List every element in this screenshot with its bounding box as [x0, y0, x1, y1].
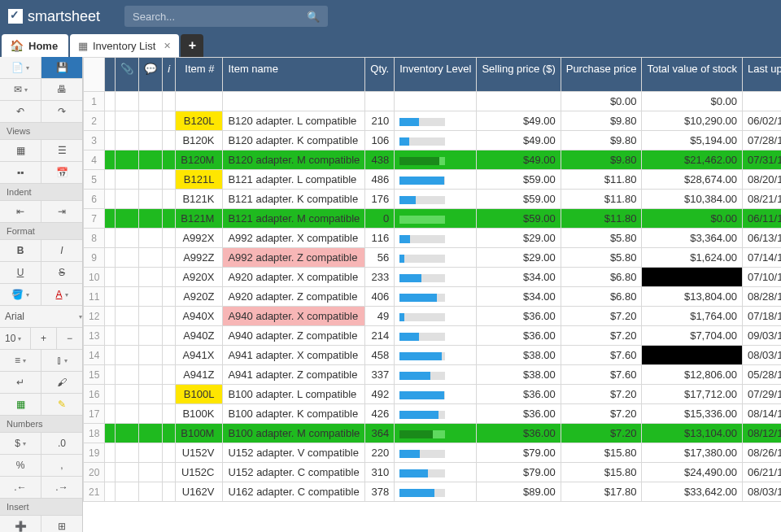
cell-comment[interactable] — [139, 229, 163, 248]
cell-expand[interactable] — [105, 209, 116, 229]
search-box[interactable]: 🔍 — [124, 6, 328, 27]
cell-rownum[interactable]: 5 — [84, 170, 105, 190]
cell-inventory[interactable] — [395, 307, 477, 326]
cell-expand[interactable] — [105, 346, 116, 365]
tab-inventory-list[interactable]: ▦ Inventory List ✕ — [70, 34, 179, 57]
cell-total[interactable]: $15,336.00 — [642, 404, 743, 424]
cell-rownum[interactable]: 14 — [84, 346, 105, 365]
cell-updated[interactable]: 07/28/15 — [743, 131, 782, 150]
new-button[interactable]: 📄▾ — [0, 57, 41, 78]
cell-item-name[interactable]: B121 adapter. L compatible — [223, 170, 365, 190]
cell-comment[interactable] — [139, 424, 163, 443]
cell-comment[interactable] — [139, 463, 163, 482]
cell-total[interactable]: $3,364.00 — [642, 229, 743, 248]
cell-selling[interactable]: $59.00 — [477, 170, 561, 190]
cell-item-name[interactable]: B100 adapter. M compatible — [223, 424, 365, 443]
cell-qty[interactable]: 438 — [365, 150, 395, 170]
cell-info[interactable] — [163, 424, 176, 443]
cell-comment[interactable] — [139, 170, 163, 190]
cell-rownum[interactable]: 19 — [84, 443, 105, 463]
cell-selling[interactable]: $49.00 — [477, 150, 561, 170]
cell-total[interactable]: $28,674.00 — [642, 170, 743, 190]
cell-item-name[interactable]: A920 adapter. X compatible — [223, 268, 365, 287]
cell-qty[interactable]: 310 — [365, 463, 395, 482]
cell-qty[interactable]: 426 — [365, 404, 395, 424]
cell-total[interactable]: $33,642.00 — [642, 482, 743, 502]
cell-qty[interactable]: 233 — [365, 268, 395, 287]
cell-item-name[interactable]: A920 adapter. Z compatible — [223, 287, 365, 307]
cell-total[interactable]: $1,624.00 — [642, 248, 743, 268]
cell-total[interactable]: $13,104.00 — [642, 424, 743, 443]
font-select[interactable]: Arial▾ — [0, 306, 82, 327]
cell-selling[interactable]: $79.00 — [477, 463, 561, 482]
cell-rownum[interactable]: 13 — [84, 326, 105, 346]
strike-button[interactable]: S — [41, 262, 82, 283]
cell-info[interactable] — [163, 443, 176, 463]
cell-selling[interactable]: $49.00 — [477, 131, 561, 150]
cell-updated[interactable]: 05/28/15 — [743, 365, 782, 385]
cell-info[interactable] — [163, 287, 176, 307]
cell-attach[interactable] — [116, 385, 139, 404]
cell-qty[interactable]: 116 — [365, 229, 395, 248]
table-row[interactable]: 16B100LB100 adapter. L compatible492$36.… — [84, 385, 782, 404]
cell-updated[interactable]: 07/29/15 — [743, 385, 782, 404]
cell-qty[interactable]: 176 — [365, 190, 395, 209]
cell-attach[interactable] — [116, 287, 139, 307]
cell-rownum[interactable]: 6 — [84, 190, 105, 209]
cell-updated[interactable]: 07/14/15 — [743, 248, 782, 268]
cell-item-name[interactable]: U152 adapter. C compatible — [223, 463, 365, 482]
cell-attach[interactable] — [116, 150, 139, 170]
cell-inventory[interactable] — [395, 111, 477, 131]
tab-add[interactable]: + — [181, 34, 203, 57]
cell-expand[interactable] — [105, 190, 116, 209]
cell-item-no[interactable]: A941X — [176, 346, 223, 365]
mail-button[interactable]: ✉▾ — [0, 79, 41, 100]
table-row[interactable]: 2B120LB120 adapter. L compatible210$49.0… — [84, 111, 782, 131]
cell-info[interactable] — [163, 268, 176, 287]
cell-rownum[interactable]: 7 — [84, 209, 105, 229]
cell-attach[interactable] — [116, 326, 139, 346]
cell-purchase[interactable]: $0.00 — [561, 92, 642, 111]
cell-attach[interactable] — [116, 209, 139, 229]
cell-inventory[interactable] — [395, 268, 477, 287]
cell-purchase[interactable]: $7.20 — [561, 385, 642, 404]
cell-expand[interactable] — [105, 92, 116, 111]
cell-purchase[interactable]: $9.80 — [561, 111, 642, 131]
cell-item-no[interactable]: A992X — [176, 229, 223, 248]
header-info[interactable]: i — [163, 58, 176, 92]
cell-rownum[interactable]: 10 — [84, 268, 105, 287]
cell-purchase[interactable]: $5.80 — [561, 229, 642, 248]
cell-purchase[interactable]: $7.20 — [561, 326, 642, 346]
text-color-button[interactable]: A▾ — [41, 284, 82, 305]
cell-item-name[interactable]: A992 adapter. X compatible — [223, 229, 365, 248]
cell-total[interactable]: $7,704.00 — [642, 326, 743, 346]
cell-comment[interactable] — [139, 482, 163, 502]
cell-comment[interactable] — [139, 443, 163, 463]
cell-expand[interactable] — [105, 482, 116, 502]
cell-expand[interactable] — [105, 385, 116, 404]
table-row[interactable]: 6B121KB121 adapter. K compatible176$59.0… — [84, 190, 782, 209]
search-input[interactable] — [133, 11, 307, 23]
cell-expand[interactable] — [105, 404, 116, 424]
cell-item-no[interactable]: U152C — [176, 463, 223, 482]
insert-col-button[interactable]: ⊞ — [41, 516, 82, 532]
cell-comment[interactable] — [139, 268, 163, 287]
cell-selling[interactable]: $59.00 — [477, 209, 561, 229]
cell-qty[interactable]: 220 — [365, 443, 395, 463]
table-row[interactable]: 21U162VU162 adapter. C compatible378$89.… — [84, 482, 782, 502]
decrease-decimal-button[interactable]: .← — [0, 477, 41, 498]
cell-total[interactable]: $17,380.00 — [642, 443, 743, 463]
table-row[interactable]: 7B121MB121 adapter. M compatible0$59.00$… — [84, 209, 782, 229]
header-comment[interactable]: 💬 — [139, 58, 163, 92]
cell-total[interactable]: $17,712.00 — [642, 385, 743, 404]
redo-button[interactable]: ↷ — [41, 101, 82, 122]
cell-info[interactable] — [163, 92, 176, 111]
cell-info[interactable] — [163, 190, 176, 209]
cell-item-name[interactable]: B100 adapter. L compatible — [223, 385, 365, 404]
cell-rownum[interactable]: 12 — [84, 307, 105, 326]
cell-selling[interactable]: $79.00 — [477, 443, 561, 463]
cell-qty[interactable]: 486 — [365, 170, 395, 190]
cell-qty[interactable]: 56 — [365, 248, 395, 268]
cell-inventory[interactable] — [395, 287, 477, 307]
cell-purchase[interactable]: $11.80 — [561, 209, 642, 229]
